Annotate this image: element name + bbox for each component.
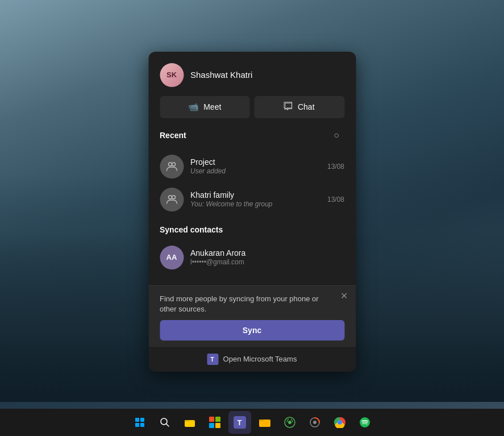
microsoft-store-icon (209, 417, 220, 428)
svg-rect-12 (209, 423, 214, 428)
svg-rect-15 (259, 420, 264, 421)
contact-item-anukaran[interactable]: AA Anukaran Arora l••••••@gmail.com (160, 241, 344, 274)
user-avatar: SK (160, 63, 184, 87)
khatri-family-subtitle: You: Welcome to the group (190, 200, 320, 208)
svg-point-19 (313, 421, 316, 424)
teams-logo-icon: T (207, 354, 219, 365)
teams-taskbar-icon: T (234, 416, 246, 429)
companion-button[interactable] (278, 411, 301, 434)
khatri-avatar (160, 188, 184, 211)
microsoft-store-button[interactable] (203, 411, 226, 434)
open-teams-label: Open Microsoft Teams (223, 355, 297, 363)
file-explorer-icon (184, 417, 195, 427)
meet-button[interactable]: 📹 Meet (160, 96, 250, 118)
file-explorer-button[interactable] (178, 411, 201, 434)
anukaran-avatar: AA (160, 246, 184, 269)
project-name: Project (190, 157, 320, 167)
anukaran-name: Anukaran Arora (190, 248, 344, 258)
camera-icon: 📹 (188, 102, 199, 112)
folder-icon (259, 417, 271, 427)
task-manager-icon (309, 417, 320, 428)
taskbar-search-button[interactable] (153, 411, 176, 434)
task-manager-button[interactable] (303, 411, 326, 434)
recent-search-button[interactable]: ○ (328, 127, 344, 143)
companion-icon (284, 417, 295, 428)
notification-close-button[interactable]: ✕ (340, 292, 348, 301)
chat-item-project[interactable]: Project User added 13/08 (160, 150, 344, 183)
svg-rect-9 (185, 420, 189, 422)
open-teams-footer[interactable]: T Open Microsoft Teams (148, 346, 356, 372)
svg-point-22 (338, 421, 341, 424)
teams-taskbar-button[interactable]: T (228, 411, 251, 434)
folder-button[interactable] (253, 411, 276, 434)
action-buttons: 📹 Meet Chat (148, 96, 356, 127)
svg-rect-10 (209, 417, 214, 422)
recent-section-header: Recent ○ (160, 127, 344, 143)
spotify-button[interactable] (353, 411, 376, 434)
svg-point-3 (172, 196, 175, 199)
chrome-button[interactable] (328, 411, 351, 434)
chrome-icon (334, 417, 345, 428)
project-info: Project User added (190, 157, 320, 175)
khatri-family-info: Khatri family You: Welcome to the group (190, 190, 320, 208)
anukaran-info: Anukaran Arora l••••••@gmail.com (190, 248, 344, 266)
recent-title: Recent (160, 131, 186, 140)
synced-title: Synced contacts (160, 225, 223, 234)
chat-button[interactable]: Chat (255, 96, 345, 118)
svg-line-7 (166, 424, 169, 427)
project-avatar (160, 155, 184, 178)
notification-bar: Find more people by syncing from your ph… (148, 285, 356, 346)
svg-rect-11 (215, 417, 220, 422)
popup-header: SK Shashwat Khatri (148, 52, 356, 96)
search-icon (160, 417, 170, 427)
project-subtitle: User added (190, 167, 320, 175)
spotify-icon (359, 417, 370, 428)
svg-point-0 (168, 163, 172, 166)
anukaran-email: l••••••@gmail.com (190, 258, 344, 266)
windows-start-button[interactable] (128, 411, 151, 434)
svg-rect-13 (215, 423, 220, 428)
windows-icon (135, 418, 144, 427)
popup-content: Recent ○ Project User added 13/08 (148, 127, 356, 274)
sync-button[interactable]: Sync (160, 320, 344, 341)
notification-text: Find more people by syncing from your ph… (160, 294, 344, 314)
synced-contacts-section: Synced contacts AA Anukaran Arora l•••••… (160, 225, 344, 274)
taskbar: T (0, 409, 504, 436)
khatri-family-time: 13/08 (327, 196, 344, 204)
search-icon: ○ (334, 130, 339, 140)
user-name: Shashwat Khatri (190, 70, 252, 80)
teams-popup: SK Shashwat Khatri 📹 Meet Chat Recent ○ (148, 52, 356, 372)
svg-text:T: T (211, 356, 214, 363)
chat-item-khatri-family[interactable]: Khatri family You: Welcome to the group … (160, 183, 344, 216)
svg-point-2 (168, 196, 172, 199)
svg-point-17 (288, 421, 291, 424)
project-time: 13/08 (327, 163, 344, 171)
synced-section-header: Synced contacts (160, 225, 344, 234)
khatri-family-name: Khatri family (190, 190, 320, 200)
svg-point-1 (172, 163, 175, 166)
chat-icon (284, 102, 293, 113)
